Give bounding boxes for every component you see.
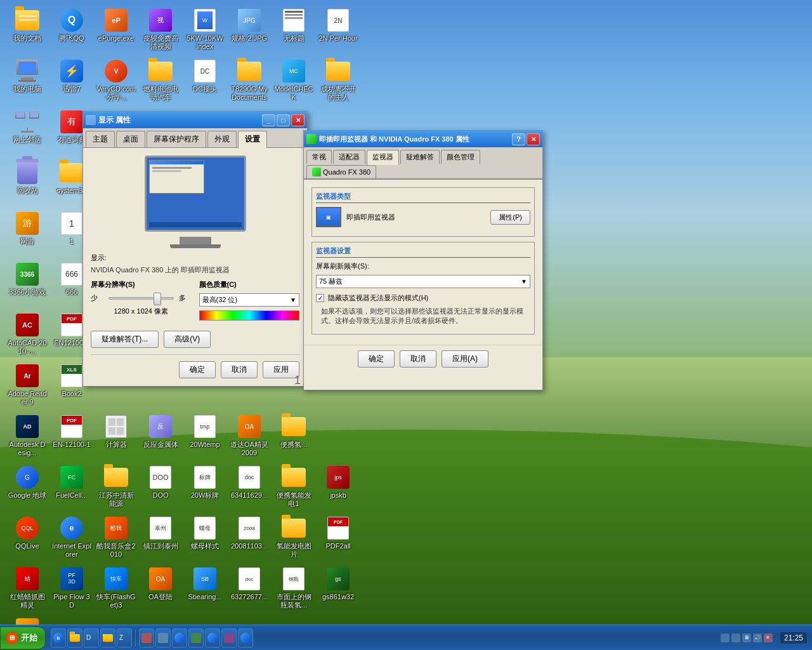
nvidia-cancel-button[interactable]: 取消 bbox=[400, 350, 436, 368]
desktop-icon-oa[interactable]: OA OA登陆 bbox=[138, 564, 183, 604]
desktop-icon-ie[interactable]: e Internet Explorer bbox=[49, 513, 94, 561]
advanced-button[interactable]: 高级(V) bbox=[164, 331, 211, 348]
taskbar-app-g-icon bbox=[191, 633, 201, 643]
taskbar-app-net[interactable] bbox=[221, 628, 237, 647]
desktop-icon-20wtemp[interactable]: tmp 20Wtemp bbox=[183, 411, 227, 451]
desktop-icon-dc[interactable]: DC DC接头 bbox=[183, 56, 227, 96]
display-props-titlebar[interactable]: 显示 属性 _ □ ✕ bbox=[83, 112, 307, 128]
ok-button[interactable]: 确定 bbox=[179, 361, 216, 378]
help-button[interactable]: ? bbox=[512, 133, 525, 145]
resolution-slider[interactable] bbox=[108, 297, 174, 300]
desktop-icon-hongwuniao[interactable]: 蜡 红蜡蜡抓图精灵 bbox=[5, 564, 49, 612]
nvidia-tab-normal[interactable]: 常视 bbox=[306, 150, 332, 164]
properties-button[interactable]: 属性(P) bbox=[490, 210, 530, 225]
color-dropdown[interactable]: 最高(32 位) ▼ bbox=[199, 293, 300, 307]
taskbar-app-ie3[interactable] bbox=[205, 628, 220, 647]
desktop-icon-calculator[interactable]: 计算器 bbox=[94, 411, 138, 451]
desktop-icon-google[interactable]: G Google 地球 bbox=[5, 462, 49, 502]
desktop-icon-qq[interactable]: Q 腾飞QQ bbox=[49, 5, 94, 45]
nvidia-ok-button[interactable]: 确定 bbox=[358, 350, 395, 368]
desktop-icon-pijiao[interactable]: 视 皮较免费高清视频 bbox=[138, 5, 183, 53]
desktop-icon-portable[interactable]: 便携氢... bbox=[272, 411, 316, 451]
refresh-dropdown[interactable]: 75 赫兹 ▼ bbox=[316, 275, 530, 288]
desktop-icon-network[interactable]: 网上邻居 bbox=[5, 107, 49, 147]
desktop-icon-my-docs[interactable]: 我的文档 bbox=[5, 5, 49, 45]
taskbar-z-icon[interactable]: Z bbox=[117, 628, 132, 647]
desktop-icon-steel[interactable]: 钢瓶 市面上的钢瓶装氢... bbox=[272, 564, 316, 612]
taskbar-app-ie4[interactable] bbox=[238, 628, 253, 647]
close-button[interactable]: ✕ bbox=[291, 114, 304, 126]
desktop-icon-jiangsuchao[interactable]: 江苏中清新能源 bbox=[94, 462, 138, 510]
desktop-icon-jpskb[interactable]: jps jpskb bbox=[316, 462, 360, 502]
desktop-icon-autodesk[interactable]: AD Autodesk Desig... bbox=[5, 411, 49, 460]
desktop-icon-verycd[interactable]: V VeryCD.com-分学... bbox=[94, 56, 138, 104]
desktop-icon-20081103[interactable]: 2008 20081103... bbox=[227, 513, 272, 553]
desktop-icon-flashget[interactable]: 快车 快车(FlashGet)3 bbox=[94, 564, 138, 612]
desktop-icon-fanyinglu[interactable]: 反 反应金属体 bbox=[138, 411, 183, 451]
desktop-icon-kuwo[interactable]: 酷我 酷我音乐盒2010 bbox=[94, 513, 138, 561]
desktop-icon-gs861w32[interactable]: gs gs861w32 bbox=[316, 564, 360, 604]
desktop-icon-daodao[interactable]: OA 道达OA精灵2009 bbox=[227, 411, 272, 460]
tab-theme[interactable]: 主题 bbox=[86, 131, 115, 147]
desktop-icon-thunder[interactable]: ⚡ 迅雷7 bbox=[49, 56, 94, 96]
desktop-icon-luomu[interactable]: 螺母 螺母样式 bbox=[183, 513, 227, 553]
hide-modes-row[interactable]: ✓ 隐藏该监视器无法显示的模式(H) bbox=[316, 293, 530, 303]
nvidia-titlebar[interactable]: 即插即用监视器 和 NVIDIA Quadro FX 380 属性 ? ✕ bbox=[304, 131, 542, 147]
nvidia-tab-quadro[interactable]: Quadro FX 380 bbox=[306, 165, 376, 178]
desktop-icon-63411629[interactable]: doc 63411629... bbox=[227, 462, 272, 502]
troubleshoot-button[interactable]: 疑难解答(T)... bbox=[91, 331, 159, 348]
taskbar-folder-icon[interactable] bbox=[67, 628, 82, 647]
desktop-icon-autocad[interactable]: AC AutoCAD 2010 -... bbox=[5, 310, 49, 358]
taskbar-d-icon[interactable]: D bbox=[84, 628, 99, 647]
taskbar-app-f[interactable] bbox=[155, 628, 171, 647]
desktop-icon-zhenjiangtaiz[interactable]: 泰州 镇江到泰州 bbox=[138, 513, 183, 553]
desktop-icon-recycle[interactable]: 回收站 bbox=[5, 157, 49, 197]
desktop-icon-mypc[interactable]: 我的电脑 bbox=[5, 56, 49, 96]
nvidia-tab-adapter[interactable]: 适配器 bbox=[333, 150, 365, 164]
desktop-icon-pdf2all[interactable]: PDF PDF2all bbox=[316, 513, 360, 553]
desktop-icon-qineng[interactable]: 氢能发电图片 bbox=[272, 513, 316, 561]
desktop-icon-wangyou[interactable]: 游 网游 bbox=[5, 208, 49, 248]
desktop-icon-guige[interactable]: JPG 规格-2.JPG bbox=[227, 5, 272, 45]
desktop-icon-sbearing[interactable]: SB Sbearing... bbox=[183, 564, 227, 604]
nvidia-close-button[interactable]: ✕ bbox=[527, 133, 540, 145]
nvidia-apply-button[interactable]: 应用(A) bbox=[442, 350, 488, 368]
desktop-icon-t8290g[interactable]: T8290G My Documents bbox=[227, 56, 272, 104]
nvidia-tab-colormanage[interactable]: 颜色管理 bbox=[441, 150, 480, 164]
start-button[interactable]: ⊞ 开始 bbox=[0, 627, 46, 649]
tab-appearance[interactable]: 外观 bbox=[207, 131, 237, 147]
desktop-icon-pipeflow[interactable]: PF3D Pipe Flow 3D bbox=[49, 564, 94, 612]
desktop-icon-20wbiaopai[interactable]: 标牌 20W标牌 bbox=[183, 462, 227, 502]
tab-desktop[interactable]: 桌面 bbox=[116, 131, 145, 147]
desktop-icon-doo[interactable]: DOO DOO bbox=[138, 462, 183, 502]
taskbar-app-g[interactable] bbox=[188, 628, 204, 647]
nvidia-tab-troubleshoot[interactable]: 疑难解答 bbox=[400, 150, 440, 164]
tab-screensaver[interactable]: 屏幕保护程序 bbox=[147, 131, 206, 147]
desktop-icon-portable2[interactable]: 便携氢能发电1 bbox=[272, 462, 316, 510]
desktop-icon-qqlive[interactable]: QQL QQLive bbox=[5, 513, 49, 553]
desktop-icon-63272677[interactable]: doc 63272677... bbox=[227, 564, 272, 604]
minimize-button[interactable]: _ bbox=[262, 114, 275, 126]
nvidia-tab-monitor[interactable]: 监视器 bbox=[367, 150, 399, 165]
desktop-icon-en12100-1[interactable]: PDF EN-12100-1 bbox=[49, 411, 94, 451]
desktop-icon-wubiaoti[interactable]: 无标题 bbox=[272, 5, 316, 45]
jpskb-label: jpskb bbox=[330, 491, 346, 500]
desktop-icon-fuelcell[interactable]: FC FuelCell... bbox=[49, 462, 94, 502]
thunder-label: 迅雷7 bbox=[63, 85, 81, 93]
desktop-icon-modelcheck[interactable]: MC ModelCHECK bbox=[272, 56, 316, 104]
desktop-icon-success[interactable]: 成功离不开的主人 bbox=[316, 56, 360, 104]
cancel-button[interactable]: 取消 bbox=[221, 361, 258, 378]
taskbar-app-ie2[interactable] bbox=[172, 628, 187, 647]
desktop-icon-adobe[interactable]: Ar Adobe Reader 9 bbox=[5, 361, 49, 409]
desktop-icon-5kw[interactable]: W 5KW-10KW index bbox=[183, 5, 227, 53]
taskbar-ie-icon[interactable]: e bbox=[51, 628, 66, 647]
tab-settings[interactable]: 设置 bbox=[238, 131, 267, 148]
taskbar-app-p[interactable] bbox=[139, 628, 154, 647]
taskbar-folder2-icon[interactable] bbox=[100, 628, 115, 647]
desktop-icon-3366[interactable]: 3366 3366小游戏 bbox=[5, 259, 49, 299]
desktop-icon-epurge[interactable]: eP ePurge.exe bbox=[94, 5, 138, 45]
maximize-button[interactable]: □ bbox=[277, 114, 290, 126]
desktop-icon-youran[interactable]: 燃料电池电动汽车 bbox=[138, 56, 183, 104]
desktop-icon-2nperhour[interactable]: 2N 2N Per Hour bbox=[316, 5, 360, 45]
hide-modes-checkbox[interactable]: ✓ bbox=[316, 294, 324, 302]
